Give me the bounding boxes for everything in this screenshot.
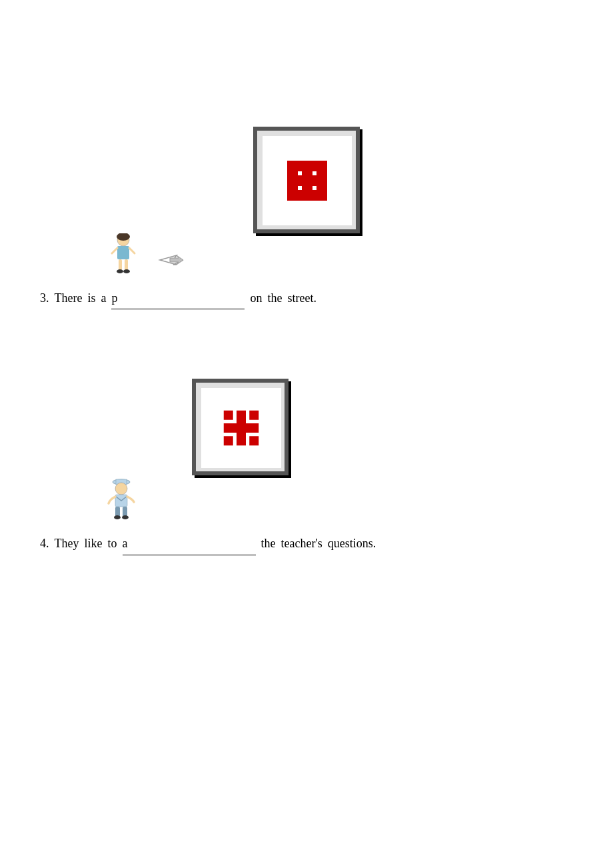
sentence-3-there: There — [55, 287, 83, 309]
svg-rect-17 — [287, 161, 298, 171]
sentence-3: 3. There is a p on the street. — [27, 285, 586, 312]
sentence-4-the: the — [261, 533, 276, 554]
image-box-3 — [253, 127, 360, 233]
svg-line-25 — [129, 248, 135, 253]
svg-point-28 — [117, 269, 123, 273]
svg-point-29 — [123, 269, 130, 273]
image-row-4 — [27, 379, 586, 475]
svg-rect-35 — [223, 437, 233, 446]
page-content: 3. There is a p on the street. — [0, 0, 613, 591]
svg-line-24 — [112, 248, 117, 253]
image-box-4 — [192, 379, 289, 475]
sentence-4-like: like — [84, 533, 102, 554]
sentence-3-on: on — [250, 287, 262, 309]
svg-rect-20 — [316, 190, 327, 201]
character-row-4 — [103, 475, 586, 522]
girl-character — [107, 233, 140, 277]
svg-rect-32 — [223, 423, 259, 433]
sailor-boy-character — [103, 475, 140, 522]
sentence-4-to: to — [107, 533, 117, 554]
svg-rect-19 — [287, 190, 298, 201]
sentence-4-teachers: teacher's — [281, 533, 322, 554]
sentence-4-blank[interactable]: a — [123, 533, 256, 555]
svg-point-39 — [115, 483, 127, 495]
section-4: 4. They like to a the teacher's question… — [27, 379, 586, 557]
sentence-4-they: They — [55, 533, 79, 554]
sentence-3-a: a — [101, 287, 106, 309]
svg-rect-18 — [316, 161, 327, 171]
sentence-3-number: 3. — [40, 287, 49, 309]
section-3: 3. There is a p on the street. — [27, 127, 586, 312]
sentence-4-number: 4. — [40, 533, 49, 554]
svg-point-44 — [122, 515, 129, 519]
sentence-4: 4. They like to a the teacher's question… — [27, 530, 586, 557]
hand-pointer-icon — [157, 250, 187, 273]
image-row-3 — [27, 127, 586, 233]
svg-rect-36 — [249, 437, 259, 446]
sentence-3-blank[interactable]: p — [111, 287, 245, 309]
svg-rect-33 — [223, 411, 233, 420]
sentence-3-is: is — [87, 287, 95, 309]
svg-rect-34 — [249, 411, 259, 420]
sentence-3-the: the — [267, 287, 282, 309]
sentence-3-street: street. — [287, 287, 316, 309]
svg-rect-16 — [287, 175, 327, 186]
svg-rect-23 — [117, 246, 129, 259]
broken-image-icon-3 — [281, 154, 334, 207]
character-row-3 — [107, 233, 586, 277]
sentence-4-questions: questions. — [328, 533, 376, 554]
svg-point-43 — [114, 515, 121, 519]
broken-image-icon-4 — [218, 405, 265, 451]
